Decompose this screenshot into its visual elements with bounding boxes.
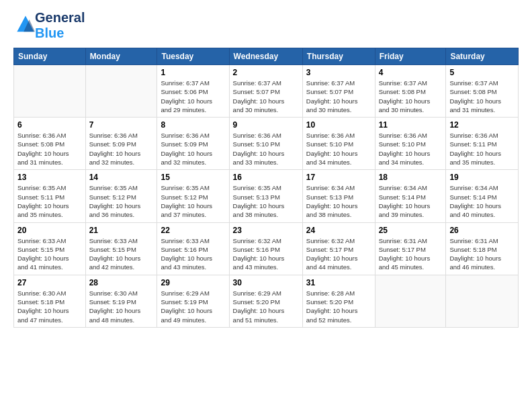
- day-number: 23: [233, 226, 299, 235]
- calendar-cell: 18Sunrise: 6:34 AM Sunset: 5:14 PM Dayli…: [375, 170, 446, 222]
- day-number: 18: [379, 173, 443, 182]
- calendar-week-4: 20Sunrise: 6:33 AM Sunset: 5:15 PM Dayli…: [14, 222, 519, 275]
- day-info: Sunrise: 6:35 AM Sunset: 5:12 PM Dayligh…: [161, 183, 225, 219]
- day-info: Sunrise: 6:28 AM Sunset: 5:20 PM Dayligh…: [306, 289, 371, 324]
- calendar-cell: 27Sunrise: 6:30 AM Sunset: 5:18 PM Dayli…: [14, 275, 86, 327]
- calendar-header-wednesday: Wednesday: [229, 48, 302, 65]
- calendar-cell: 26Sunrise: 6:31 AM Sunset: 5:18 PM Dayli…: [446, 222, 519, 275]
- calendar-header-tuesday: Tuesday: [157, 48, 229, 65]
- day-number: 5: [449, 68, 515, 77]
- day-info: Sunrise: 6:34 AM Sunset: 5:13 PM Dayligh…: [306, 183, 371, 219]
- logo-icon: [16, 15, 35, 34]
- calendar-cell: 20Sunrise: 6:33 AM Sunset: 5:15 PM Dayli…: [14, 222, 86, 275]
- calendar-header-monday: Monday: [85, 48, 157, 65]
- day-number: 11: [379, 120, 443, 130]
- calendar-cell: 6Sunrise: 6:36 AM Sunset: 5:08 PM Daylig…: [14, 118, 86, 170]
- page: General Blue SundayMondayTuesdayWednesda…: [0, 0, 532, 411]
- day-info: Sunrise: 6:33 AM Sunset: 5:16 PM Dayligh…: [161, 236, 225, 272]
- day-number: 29: [161, 278, 225, 287]
- calendar-cell: 3Sunrise: 6:37 AM Sunset: 5:07 PM Daylig…: [302, 65, 375, 118]
- day-info: Sunrise: 6:35 AM Sunset: 5:13 PM Dayligh…: [233, 183, 299, 219]
- calendar-cell: 22Sunrise: 6:33 AM Sunset: 5:16 PM Dayli…: [157, 222, 229, 275]
- logo: General Blue: [13, 10, 85, 41]
- calendar-cell: 25Sunrise: 6:31 AM Sunset: 5:17 PM Dayli…: [375, 222, 446, 275]
- day-info: Sunrise: 6:37 AM Sunset: 5:07 PM Dayligh…: [306, 79, 371, 114]
- day-info: Sunrise: 6:36 AM Sunset: 5:08 PM Dayligh…: [17, 131, 82, 167]
- calendar-header-sunday: Sunday: [14, 48, 86, 65]
- day-number: 31: [306, 278, 371, 287]
- day-number: 9: [233, 120, 299, 130]
- day-info: Sunrise: 6:37 AM Sunset: 5:08 PM Dayligh…: [379, 79, 443, 114]
- calendar-cell: 19Sunrise: 6:34 AM Sunset: 5:14 PM Dayli…: [446, 170, 519, 222]
- calendar-cell: 24Sunrise: 6:32 AM Sunset: 5:17 PM Dayli…: [302, 222, 375, 275]
- calendar-cell: 9Sunrise: 6:36 AM Sunset: 5:10 PM Daylig…: [229, 118, 302, 170]
- calendar-cell: 13Sunrise: 6:35 AM Sunset: 5:11 PM Dayli…: [14, 170, 86, 222]
- calendar-header-row: SundayMondayTuesdayWednesdayThursdayFrid…: [14, 48, 519, 65]
- calendar-cell: 29Sunrise: 6:29 AM Sunset: 5:19 PM Dayli…: [157, 275, 229, 327]
- calendar-cell: 30Sunrise: 6:29 AM Sunset: 5:20 PM Dayli…: [229, 275, 302, 327]
- calendar-cell: 16Sunrise: 6:35 AM Sunset: 5:13 PM Dayli…: [229, 170, 302, 222]
- day-info: Sunrise: 6:35 AM Sunset: 5:11 PM Dayligh…: [17, 183, 82, 219]
- day-info: Sunrise: 6:34 AM Sunset: 5:14 PM Dayligh…: [379, 183, 443, 219]
- header: General Blue: [13, 10, 519, 41]
- day-info: Sunrise: 6:37 AM Sunset: 5:06 PM Dayligh…: [161, 79, 225, 114]
- day-info: Sunrise: 6:37 AM Sunset: 5:08 PM Dayligh…: [449, 79, 515, 114]
- day-number: 6: [17, 120, 82, 130]
- calendar-cell: 2Sunrise: 6:37 AM Sunset: 5:07 PM Daylig…: [229, 65, 302, 118]
- calendar-week-1: 1Sunrise: 6:37 AM Sunset: 5:06 PM Daylig…: [14, 65, 519, 118]
- day-info: Sunrise: 6:29 AM Sunset: 5:20 PM Dayligh…: [233, 289, 299, 324]
- day-number: 1: [161, 68, 225, 77]
- day-number: 28: [89, 278, 154, 287]
- calendar-cell: 10Sunrise: 6:36 AM Sunset: 5:10 PM Dayli…: [302, 118, 375, 170]
- day-info: Sunrise: 6:29 AM Sunset: 5:19 PM Dayligh…: [161, 289, 225, 324]
- calendar-header-thursday: Thursday: [302, 48, 375, 65]
- calendar-cell: [85, 65, 157, 118]
- calendar-cell: 4Sunrise: 6:37 AM Sunset: 5:08 PM Daylig…: [375, 65, 446, 118]
- day-info: Sunrise: 6:30 AM Sunset: 5:19 PM Dayligh…: [89, 289, 154, 324]
- day-info: Sunrise: 6:36 AM Sunset: 5:09 PM Dayligh…: [89, 131, 154, 167]
- logo-text-blue: Blue: [35, 26, 85, 41]
- calendar-cell: 1Sunrise: 6:37 AM Sunset: 5:06 PM Daylig…: [157, 65, 229, 118]
- day-info: Sunrise: 6:30 AM Sunset: 5:18 PM Dayligh…: [17, 289, 82, 324]
- day-number: 21: [89, 226, 154, 235]
- day-info: Sunrise: 6:36 AM Sunset: 5:10 PM Dayligh…: [306, 131, 371, 167]
- day-info: Sunrise: 6:34 AM Sunset: 5:14 PM Dayligh…: [449, 183, 515, 219]
- calendar-cell: [375, 275, 446, 327]
- calendar-cell: 11Sunrise: 6:36 AM Sunset: 5:10 PM Dayli…: [375, 118, 446, 170]
- day-number: 4: [379, 68, 443, 77]
- logo-text-general: General: [35, 10, 85, 26]
- day-number: 8: [161, 120, 225, 130]
- calendar-header-saturday: Saturday: [446, 48, 519, 65]
- calendar-cell: 21Sunrise: 6:33 AM Sunset: 5:15 PM Dayli…: [85, 222, 157, 275]
- day-info: Sunrise: 6:31 AM Sunset: 5:17 PM Dayligh…: [379, 236, 443, 272]
- day-number: 15: [161, 173, 225, 182]
- calendar-cell: 14Sunrise: 6:35 AM Sunset: 5:12 PM Dayli…: [85, 170, 157, 222]
- day-info: Sunrise: 6:31 AM Sunset: 5:18 PM Dayligh…: [449, 236, 515, 272]
- calendar-cell: 17Sunrise: 6:34 AM Sunset: 5:13 PM Dayli…: [302, 170, 375, 222]
- day-info: Sunrise: 6:36 AM Sunset: 5:09 PM Dayligh…: [161, 131, 225, 167]
- day-number: 7: [89, 120, 154, 130]
- calendar-table: SundayMondayTuesdayWednesdayThursdayFrid…: [13, 48, 519, 328]
- day-number: 26: [449, 226, 515, 235]
- day-number: 10: [306, 120, 371, 130]
- calendar-cell: 5Sunrise: 6:37 AM Sunset: 5:08 PM Daylig…: [446, 65, 519, 118]
- day-number: 16: [233, 173, 299, 182]
- day-number: 19: [449, 173, 515, 182]
- day-number: 24: [306, 226, 371, 235]
- day-number: 14: [89, 173, 154, 182]
- calendar-cell: 12Sunrise: 6:36 AM Sunset: 5:11 PM Dayli…: [446, 118, 519, 170]
- calendar-header-friday: Friday: [375, 48, 446, 65]
- calendar-cell: 28Sunrise: 6:30 AM Sunset: 5:19 PM Dayli…: [85, 275, 157, 327]
- day-info: Sunrise: 6:33 AM Sunset: 5:15 PM Dayligh…: [89, 236, 154, 272]
- day-info: Sunrise: 6:32 AM Sunset: 5:16 PM Dayligh…: [233, 236, 299, 272]
- calendar-week-5: 27Sunrise: 6:30 AM Sunset: 5:18 PM Dayli…: [14, 275, 519, 327]
- day-info: Sunrise: 6:33 AM Sunset: 5:15 PM Dayligh…: [17, 236, 82, 272]
- day-number: 17: [306, 173, 371, 182]
- day-number: 25: [379, 226, 443, 235]
- day-info: Sunrise: 6:37 AM Sunset: 5:07 PM Dayligh…: [233, 79, 299, 114]
- calendar-cell: 7Sunrise: 6:36 AM Sunset: 5:09 PM Daylig…: [85, 118, 157, 170]
- day-info: Sunrise: 6:36 AM Sunset: 5:10 PM Dayligh…: [233, 131, 299, 167]
- day-number: 20: [17, 226, 82, 235]
- day-info: Sunrise: 6:32 AM Sunset: 5:17 PM Dayligh…: [306, 236, 371, 272]
- day-number: 22: [161, 226, 225, 235]
